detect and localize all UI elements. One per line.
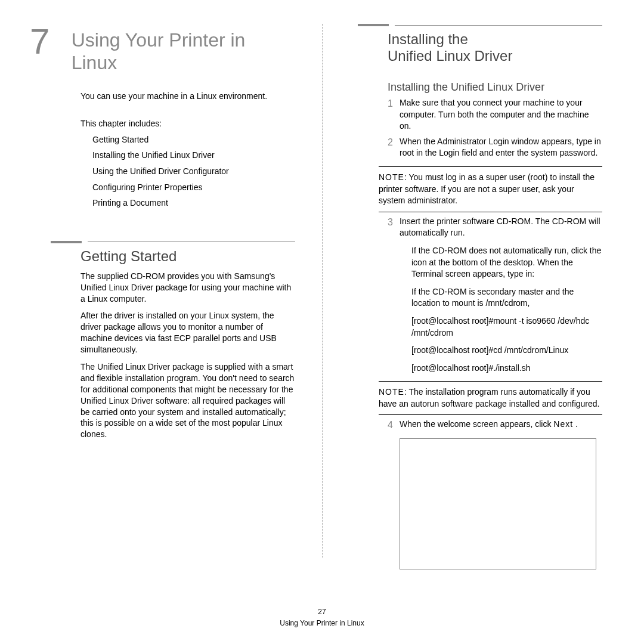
section-rule <box>51 241 295 243</box>
page-number: 27 <box>0 606 644 618</box>
step-number: 1 <box>388 97 400 132</box>
toc-item: Configuring Printer Properties <box>92 179 295 196</box>
text: When the Administrator Login window appe… <box>400 137 601 146</box>
toc-item: Using the Unified Driver Configurator <box>92 163 295 179</box>
section-title-getting-started: Getting Started <box>30 248 295 265</box>
step-3-note: If the CD-ROM does not automatically run… <box>388 245 602 280</box>
step-text: Insert the printer software CD-ROM. The … <box>400 216 602 239</box>
step-list-cont: 3 Insert the printer software CD-ROM. Th… <box>337 216 602 239</box>
step-list-cont2: 4 When the welcome screen appears, click… <box>337 419 602 432</box>
command-1: [root@localhost root]#mount -t iso9660 /… <box>388 315 602 339</box>
chapter-title: Using Your Printer in Linux <box>72 24 295 75</box>
left-column: 7 Using Your Printer in Linux You can us… <box>30 24 316 569</box>
note-text: : You must log in as a super user (root)… <box>379 172 595 205</box>
note-label: NOTE <box>379 172 404 182</box>
section-title-install: Installing the Unified Linux Driver <box>337 31 516 64</box>
toc-item: Installing the Unified Linux Driver <box>92 147 295 163</box>
subsection-title: Installing the Unified Linux Driver <box>388 81 602 94</box>
toc-item: Printing a Document <box>92 195 295 211</box>
command-2: [root@localhost root]#cd /mnt/cdrom/Linu… <box>388 345 602 357</box>
text: in the Login field and enter the system … <box>414 148 597 157</box>
toc-list: Getting Started Installing the Unified L… <box>30 132 295 211</box>
step-list: 1 Make sure that you connect your machin… <box>337 97 602 159</box>
paragraph: The supplied CD-ROM provides you with Sa… <box>30 271 295 305</box>
chapter-heading: 7 Using Your Printer in Linux <box>30 24 295 75</box>
note-label: NOTE <box>379 387 404 397</box>
rule-line <box>395 25 602 26</box>
paragraph: After the driver is installed on your Li… <box>30 310 295 355</box>
note-box-1: NOTE: You must log in as a super user (r… <box>379 166 602 212</box>
rule-bar <box>358 24 389 26</box>
page: 7 Using Your Printer in Linux You can us… <box>0 0 644 605</box>
step-1: 1 Make sure that you connect your machin… <box>388 97 602 132</box>
step-number: 2 <box>388 136 400 159</box>
intro-text: You can use your machine in a Linux envi… <box>30 91 295 101</box>
step-text: When the Administrator Login window appe… <box>400 136 602 159</box>
screenshot-placeholder <box>400 438 596 569</box>
step-3: 3 Insert the printer software CD-ROM. Th… <box>388 216 602 239</box>
rule-line <box>88 242 295 242</box>
right-column: Installing the Unified Linux Driver Inst… <box>316 24 602 569</box>
step-3-note2: If the CD-ROM is secondary master and th… <box>388 286 602 309</box>
section-rule <box>358 24 602 26</box>
rule-bar <box>51 241 82 243</box>
column-divider <box>322 24 323 558</box>
chapter-number: 7 <box>30 24 72 60</box>
step-4: 4 When the welcome screen appears, click… <box>388 419 602 432</box>
command-3: [root@localhost root]#./install.sh <box>388 363 602 374</box>
text: When the welcome screen appears, click <box>400 419 553 429</box>
note-text: : The installation program runs automati… <box>379 387 599 408</box>
step-2: 2 When the Administrator Login window ap… <box>388 136 602 159</box>
step-text: Make sure that you connect your machine … <box>400 97 602 132</box>
code-root: root <box>400 148 414 157</box>
toc-item: Getting Started <box>92 132 295 148</box>
button-ref-next: Next <box>553 419 573 429</box>
text: . <box>575 419 578 429</box>
step-number: 4 <box>388 419 400 432</box>
note-box-2: NOTE: The installation program runs auto… <box>379 381 602 415</box>
step-number: 3 <box>388 216 400 239</box>
paragraph: The Unified Linux Driver package is supp… <box>30 361 295 440</box>
page-footer: 27 Using Your Printer in Linux <box>0 606 644 629</box>
toc-intro: This chapter includes: <box>30 119 295 128</box>
step-text: When the welcome screen appears, click N… <box>400 419 602 432</box>
running-title: Using Your Printer in Linux <box>0 618 644 629</box>
